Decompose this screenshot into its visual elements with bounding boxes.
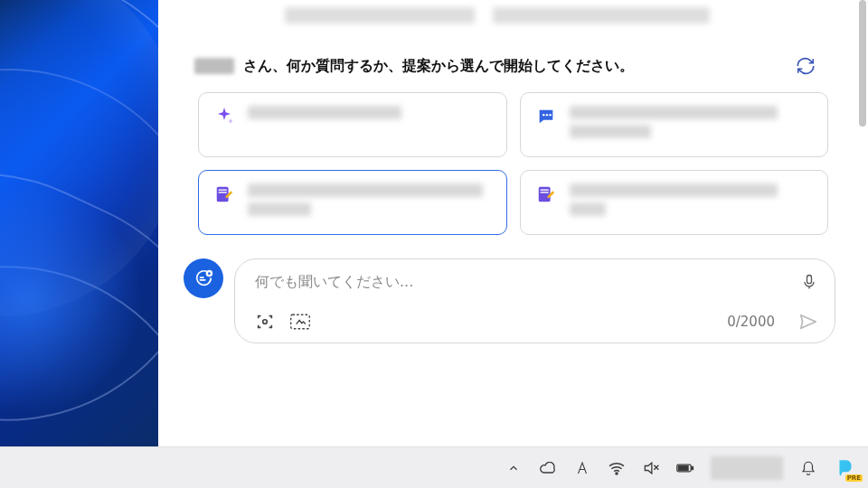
wifi-icon: [608, 461, 626, 475]
input-row: 何でも聞いてください... 0/200: [158, 235, 868, 343]
send-button[interactable]: [798, 312, 818, 332]
svg-rect-7: [540, 190, 548, 191]
ime-a-icon: [574, 460, 590, 476]
notifications-button[interactable]: [799, 459, 817, 477]
suggestion-card-3[interactable]: [198, 170, 507, 235]
desktop-wallpaper: [0, 0, 158, 446]
camera-scan-button[interactable]: [255, 312, 275, 332]
svg-point-2: [549, 114, 551, 116]
system-tray: PRE: [505, 456, 857, 480]
svg-rect-4: [219, 190, 227, 191]
chat-icon: [535, 106, 557, 127]
new-chat-button[interactable]: [184, 258, 223, 298]
chat-input-box[interactable]: 何でも聞いてください... 0/200: [234, 258, 835, 343]
svg-rect-6: [538, 187, 550, 202]
tray-overflow-button[interactable]: [505, 459, 523, 477]
note-edit-icon: [535, 183, 557, 205]
sparkle-icon: [213, 106, 235, 127]
volume-mute-icon: [642, 460, 660, 476]
new-chat-icon: [193, 268, 213, 288]
svg-point-1: [545, 114, 547, 116]
suggestion-card-1[interactable]: [198, 92, 507, 157]
microphone-button[interactable]: [800, 272, 818, 292]
suggestion-card-2[interactable]: [520, 92, 829, 157]
svg-rect-15: [678, 465, 688, 470]
previous-content-area: [158, 0, 868, 56]
send-icon: [798, 312, 818, 332]
onedrive-tray-icon[interactable]: [539, 459, 557, 477]
svg-point-0: [542, 114, 544, 116]
taskbar[interactable]: PRE: [0, 446, 868, 488]
bell-icon: [800, 459, 816, 477]
battery-button[interactable]: [676, 459, 694, 477]
snip-icon: [289, 313, 311, 331]
svg-rect-8: [540, 192, 548, 192]
refresh-icon: [796, 56, 816, 76]
cloud-icon: [539, 462, 557, 474]
svg-rect-5: [219, 192, 227, 192]
ime-button[interactable]: [573, 459, 591, 477]
battery-icon: [676, 462, 694, 474]
copilot-taskbar-button[interactable]: PRE: [834, 456, 857, 480]
redacted-text: [285, 7, 475, 23]
snip-button[interactable]: [289, 313, 311, 331]
clock-redacted[interactable]: [711, 456, 783, 480]
char-counter: 0/2000: [727, 314, 775, 330]
svg-rect-3: [217, 187, 229, 202]
user-name-redacted: [194, 58, 234, 74]
chevron-up-icon: [507, 462, 520, 474]
svg-rect-10: [807, 276, 812, 284]
svg-rect-16: [692, 466, 693, 469]
suggestion-card-4[interactable]: [520, 170, 829, 235]
svg-point-11: [263, 320, 268, 324]
suggestion-cards: [158, 92, 868, 235]
greeting-text: さん、何か質問するか、提案から選んで開始してください。: [243, 57, 634, 76]
microphone-icon: [800, 272, 818, 292]
svg-point-13: [616, 472, 618, 474]
wifi-button[interactable]: [608, 459, 626, 477]
scrollbar[interactable]: [859, 0, 866, 127]
refresh-suggestions-button[interactable]: [796, 56, 816, 76]
camera-scan-icon: [255, 312, 275, 332]
note-edit-icon: [213, 183, 235, 205]
redacted-text: [493, 7, 710, 23]
greeting-row: さん、何か質問するか、提案から選んで開始してください。: [158, 56, 868, 76]
copilot-pre-badge: PRE: [845, 474, 863, 482]
input-placeholder: 何でも聞いてください...: [255, 273, 800, 292]
volume-button[interactable]: [642, 459, 660, 477]
copilot-window: さん、何か質問するか、提案から選んで開始してください。: [158, 0, 868, 446]
